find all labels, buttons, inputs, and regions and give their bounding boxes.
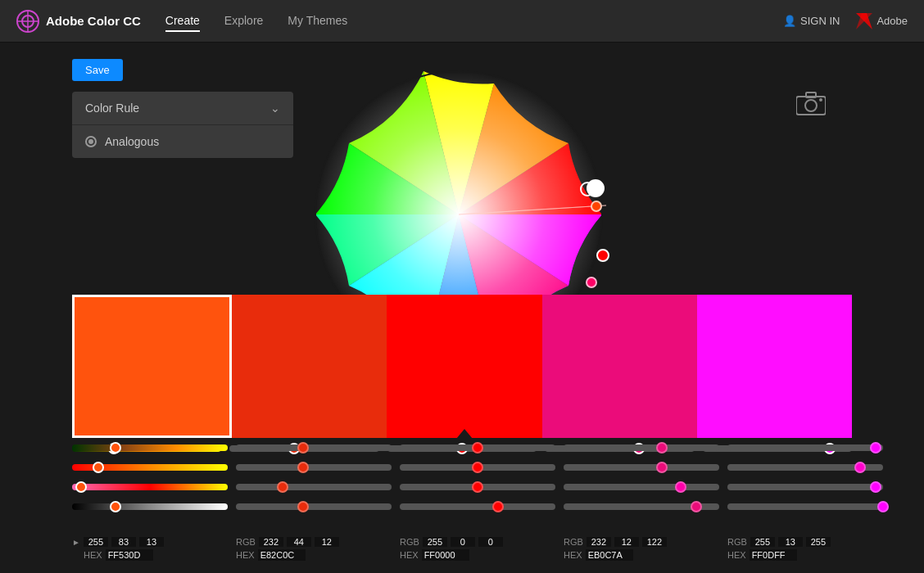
- rgb-row-3: RGB: [400, 537, 555, 547]
- rgb-b-input-3[interactable]: [478, 537, 503, 547]
- camera-button[interactable]: [796, 92, 826, 122]
- nav-my-themes[interactable]: My Themes: [288, 11, 347, 32]
- rgb-row-2: RGB: [236, 537, 392, 547]
- rgb-label-2: RGB: [236, 537, 256, 547]
- slider-thumb-2-1[interactable]: [93, 462, 104, 473]
- slider-thumb-4-2[interactable]: [297, 501, 309, 512]
- hex-label-2: HEX: [236, 550, 255, 560]
- slider-track-1-2[interactable]: [236, 444, 392, 451]
- slider-track-2-5[interactable]: [727, 464, 883, 471]
- rgb-g-input-2[interactable]: [287, 537, 311, 547]
- color-rule-dropdown[interactable]: Color Rule ⌄: [72, 92, 293, 125]
- slider-thumb-4-3[interactable]: [492, 501, 504, 512]
- slider-thumb-3-3[interactable]: [472, 481, 483, 493]
- nav: Create Explore My Themes: [165, 11, 783, 32]
- rgb-r-input-3[interactable]: [423, 537, 447, 547]
- rgb-r-input-1[interactable]: [84, 537, 108, 547]
- slider-track-1-1[interactable]: [72, 444, 228, 451]
- slider-row-3: [72, 479, 852, 495]
- rgb-g-input-4[interactable]: [614, 537, 639, 547]
- hex-input-1[interactable]: [106, 549, 153, 561]
- slider-thumb-3-5[interactable]: [870, 481, 881, 493]
- slider-track-4-5[interactable]: [727, 503, 883, 510]
- swatch-2[interactable]: [232, 295, 387, 438]
- wheel-handle-red[interactable]: [596, 249, 609, 262]
- slider-thumb-4-1[interactable]: [110, 501, 121, 512]
- chevron-down-icon: ⌄: [270, 102, 280, 115]
- slider-thumb-2-3[interactable]: [472, 462, 483, 473]
- adobe-icon: [856, 13, 872, 29]
- wheel-handle-orange[interactable]: [591, 201, 602, 212]
- slider-track-3-1[interactable]: [72, 484, 228, 490]
- hex-row-4: HEX: [564, 549, 719, 561]
- rgb-g-input-3[interactable]: [451, 537, 475, 547]
- slider-thumb-4-5[interactable]: [877, 501, 889, 512]
- slider-track-2-4[interactable]: [564, 464, 719, 471]
- slider-track-3-2[interactable]: [236, 484, 392, 490]
- rgb-b-input-1[interactable]: [139, 537, 164, 547]
- hex-input-3[interactable]: [422, 549, 469, 561]
- rgb-r-input-4[interactable]: [587, 537, 611, 547]
- rgb-g-input-5[interactable]: [778, 537, 803, 547]
- rgb-b-input-2[interactable]: [315, 537, 339, 547]
- svg-point-5: [805, 100, 817, 111]
- slider-track-2-3[interactable]: [400, 464, 555, 471]
- color-rule-option-analogous[interactable]: Analogous: [72, 125, 293, 158]
- color-values-5: RGB HEX: [727, 537, 883, 561]
- hex-row-5: HEX: [727, 549, 883, 561]
- hex-row-1: HEX: [72, 549, 228, 561]
- hex-input-4[interactable]: [586, 549, 633, 561]
- slider-track-2-2[interactable]: [236, 464, 392, 471]
- slider-thumb-2-4[interactable]: [656, 462, 668, 473]
- expand-icon-1[interactable]: ►: [72, 538, 80, 547]
- rgb-r-input-5[interactable]: [750, 537, 775, 547]
- sign-in-button[interactable]: 👤 SIGN IN: [783, 15, 840, 27]
- slider-thumb-1-1[interactable]: [110, 442, 121, 453]
- svg-rect-6: [806, 92, 816, 97]
- hex-input-2[interactable]: [258, 549, 306, 561]
- slider-track-1-5[interactable]: [727, 444, 883, 451]
- color-rule-title: Color Rule: [85, 102, 139, 115]
- hex-row-2: HEX: [236, 549, 392, 561]
- swatch-5[interactable]: [697, 295, 852, 438]
- swatch-1[interactable]: [72, 295, 232, 438]
- slider-track-3-3[interactable]: [400, 484, 555, 490]
- slider-track-1-3[interactable]: [400, 444, 555, 451]
- slider-thumb-1-4[interactable]: [656, 442, 668, 453]
- slider-thumb-1-2[interactable]: [297, 442, 309, 453]
- svg-point-7: [819, 98, 822, 102]
- slider-thumb-1-3[interactable]: [472, 442, 483, 453]
- rgb-b-input-5[interactable]: [806, 537, 831, 547]
- hex-label-5: HEX: [727, 550, 746, 560]
- slider-track-3-4[interactable]: [564, 484, 719, 490]
- slider-track-4-3[interactable]: [400, 503, 555, 510]
- wheel-handle-pink-red[interactable]: [586, 277, 597, 288]
- slider-thumb-4-4[interactable]: [691, 501, 702, 512]
- color-values-4: RGB HEX: [564, 537, 719, 561]
- slider-thumb-3-1[interactable]: [75, 481, 87, 493]
- slider-track-1-4[interactable]: [564, 444, 719, 451]
- rgb-row-1: ►: [72, 537, 228, 547]
- swatch-3[interactable]: [387, 295, 541, 438]
- slider-thumb-2-2[interactable]: [297, 462, 309, 473]
- wheel-handle-white[interactable]: [580, 182, 595, 196]
- rgb-b-input-4[interactable]: [642, 537, 667, 547]
- adobe-logo[interactable]: Adobe: [856, 13, 908, 29]
- slider-track-4-1[interactable]: [72, 503, 228, 510]
- save-button[interactable]: Save: [72, 59, 123, 81]
- slider-thumb-2-5[interactable]: [854, 462, 866, 473]
- rgb-r-input-2[interactable]: [259, 537, 283, 547]
- slider-track-2-1[interactable]: [72, 464, 228, 471]
- rgb-g-input-1[interactable]: [111, 537, 136, 547]
- slider-thumb-1-5[interactable]: [870, 442, 881, 453]
- nav-explore[interactable]: Explore: [224, 11, 263, 32]
- slider-track-4-2[interactable]: [236, 503, 392, 510]
- slider-track-3-5[interactable]: [727, 484, 883, 490]
- slider-thumb-3-4[interactable]: [675, 481, 686, 493]
- swatch-4[interactable]: [542, 295, 697, 438]
- nav-create[interactable]: Create: [165, 11, 200, 32]
- hex-input-5[interactable]: [750, 549, 797, 561]
- slider-thumb-3-2[interactable]: [277, 481, 288, 493]
- swatches-row: [72, 295, 852, 438]
- slider-track-4-4[interactable]: [564, 503, 719, 510]
